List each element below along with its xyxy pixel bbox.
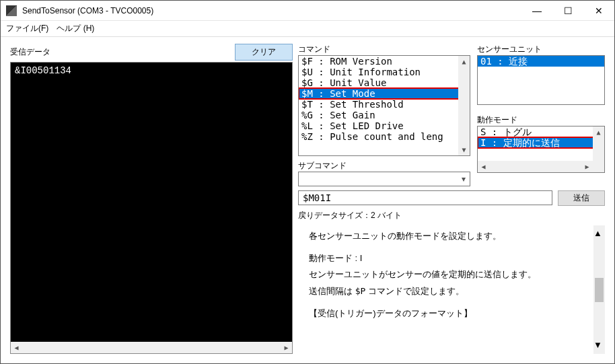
command-item[interactable]: $U : Unit Information — [299, 67, 470, 77]
menu-help[interactable]: ヘルプ (H) — [57, 23, 94, 34]
return-size-label: 戻りデータサイズ：2 バイト — [298, 210, 605, 221]
scroll-up-icon[interactable]: ▲ — [593, 225, 605, 242]
menu-file[interactable]: ファイル(F) — [6, 23, 48, 34]
command-item[interactable]: $F : ROM Version — [299, 56, 470, 67]
mode-hscroll[interactable]: ◀ ▶ — [478, 161, 593, 172]
send-button[interactable]: 送信 — [558, 190, 605, 206]
mode-item-selected[interactable]: I : 定期的に送信 — [478, 137, 604, 148]
desc-line: 動作モード : I — [309, 253, 362, 263]
chevron-down-icon[interactable]: ▾ — [458, 174, 470, 184]
mode-listbox[interactable]: S : トグル I : 定期的に送信 ▲ ▼ ◀ ▶ — [477, 126, 605, 173]
receive-data-label: 受信データ — [10, 46, 50, 58]
mode-label: 動作モード — [477, 114, 605, 126]
console-line: &I00501134 — [15, 65, 288, 76]
subcommand-combo[interactable]: ▾ — [298, 172, 470, 186]
scroll-left-icon[interactable]: ◀ — [11, 342, 22, 353]
description-panel[interactable]: 各センサーユニットの動作モードを設定します。 動作モード : I センサーユニッ… — [298, 225, 605, 354]
receive-console[interactable]: &I00501134 ◀ ▶ — [10, 62, 293, 354]
mode-item[interactable]: S : トグル — [478, 126, 604, 137]
sensor-unit-label: センサーユニット — [477, 44, 605, 55]
command-item-selected[interactable]: $M : Set Mode — [299, 88, 470, 99]
sensor-unit-item[interactable]: 01 : 近接 — [478, 56, 604, 67]
command-vscroll[interactable]: ▲ ▼ — [458, 56, 470, 155]
minimize-button[interactable]: ― — [521, 1, 552, 21]
window-title: SendToSensor (COM3 - TVCO0005) — [22, 6, 521, 15]
command-listbox[interactable]: $F : ROM Version $U : Unit Information $… — [298, 55, 470, 156]
send-input[interactable] — [298, 190, 552, 205]
command-item[interactable]: %Z : Pulse count and leng — [299, 131, 470, 142]
close-button[interactable]: ✕ — [583, 1, 614, 21]
scroll-right-icon[interactable]: ▶ — [581, 161, 593, 172]
desc-line: 各センサーユニットの動作モードを設定します。 — [309, 228, 600, 245]
desc-line: 【受信(トリガー)データのフォーマット】 — [309, 305, 600, 322]
console-hscroll[interactable]: ◀ ▶ — [11, 342, 292, 353]
app-icon — [6, 5, 17, 16]
desc-line: センサーユニットがセンサーの値を定期的に送信します。 — [309, 269, 536, 279]
titlebar: SendToSensor (COM3 - TVCO0005) ― ☐ ✕ — [1, 1, 614, 21]
scroll-down-icon[interactable]: ▼ — [593, 337, 605, 354]
scroll-left-icon[interactable]: ◀ — [478, 161, 489, 172]
command-item[interactable]: $T : Set Threshold — [299, 99, 470, 110]
sensor-unit-listbox[interactable]: 01 : 近接 — [477, 55, 605, 105]
maximize-button[interactable]: ☐ — [552, 1, 583, 21]
scroll-corner — [593, 161, 604, 172]
scroll-up-icon[interactable]: ▲ — [458, 56, 470, 67]
scroll-down-icon[interactable]: ▼ — [458, 144, 470, 155]
command-label: コマンド — [298, 44, 470, 55]
desc-vscroll[interactable]: ▲ ▼ — [593, 225, 605, 354]
command-item[interactable]: %L : Set LED Drive — [299, 120, 470, 131]
scroll-right-icon[interactable]: ▶ — [281, 342, 292, 353]
scroll-thumb[interactable] — [595, 278, 604, 302]
scroll-up-icon[interactable]: ▲ — [593, 126, 604, 138]
menubar: ファイル(F) ヘルプ (H) — [1, 21, 614, 37]
desc-line: 送信間隔は $P コマンドで設定します。 — [309, 286, 464, 296]
command-item[interactable]: %G : Set Gain — [299, 110, 470, 120]
clear-button[interactable]: クリア — [235, 44, 293, 61]
command-item[interactable]: $G : Unit Value — [299, 77, 470, 88]
subcommand-label: サブコマンド — [298, 160, 470, 172]
